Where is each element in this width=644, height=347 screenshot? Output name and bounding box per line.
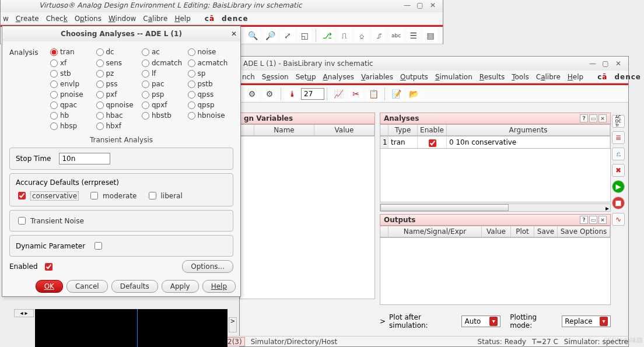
menu-create[interactable]: Create xyxy=(16,15,39,23)
schem-scroll-left[interactable]: ◂ ▸ xyxy=(14,309,34,317)
chk-conservative[interactable]: conservative xyxy=(16,190,79,201)
clipboard-icon[interactable]: 📋 xyxy=(366,87,380,100)
col-value2[interactable]: Value xyxy=(482,226,511,237)
radio-dc[interactable]: dc xyxy=(96,47,142,57)
edit-sheet-icon[interactable]: 📝 xyxy=(389,87,403,100)
ok-button[interactable]: OK xyxy=(36,280,63,293)
help-icon[interactable]: ? xyxy=(580,114,588,122)
close-icon[interactable]: ✕ xyxy=(426,0,439,12)
col-save[interactable]: Save xyxy=(534,226,558,237)
zoom-out-icon[interactable]: 🔎 xyxy=(264,29,278,42)
menu-results[interactable]: Results xyxy=(480,73,505,81)
radio-hbnoise[interactable]: hbnoise xyxy=(188,111,234,120)
col-plot[interactable]: Plot xyxy=(511,226,534,237)
menu-calibre2[interactable]: Calibre xyxy=(536,73,561,81)
ade-maximize-icon[interactable]: ▢ xyxy=(599,57,612,71)
radio-hb[interactable]: hb xyxy=(50,111,96,120)
minimize-icon[interactable]: — xyxy=(401,0,414,12)
plot-icon[interactable]: 📈 xyxy=(331,87,345,100)
radio-acmatch[interactable]: acmatch xyxy=(188,59,234,67)
props-icon[interactable]: ≣ xyxy=(612,131,625,144)
col-nse[interactable]: Name/Signal/Expr xyxy=(388,226,482,237)
close-panel-icon-2[interactable]: × xyxy=(598,216,607,224)
stop-time-input[interactable] xyxy=(59,153,110,164)
plot-mode-select[interactable]: Replace▾ xyxy=(562,316,611,327)
menu-tools[interactable]: Tools xyxy=(512,73,529,81)
tree-icon[interactable]: ⎌ xyxy=(612,148,625,160)
help-button[interactable]: Help xyxy=(202,280,236,293)
zoom-in-icon[interactable]: 🔍 xyxy=(246,29,260,42)
menu-nch[interactable]: nch xyxy=(242,73,255,81)
radio-pac[interactable]: pac xyxy=(142,80,188,88)
chk-liberal[interactable]: liberal xyxy=(146,190,183,201)
menu-calibre[interactable]: Calibre xyxy=(143,15,167,23)
col-enable[interactable]: Enable xyxy=(418,125,447,135)
plot-wave-icon[interactable]: ∿ xyxy=(612,213,625,226)
apply-button[interactable]: Apply xyxy=(162,280,199,293)
thermometer-icon[interactable]: 🌡 xyxy=(285,87,299,100)
radio-psp[interactable]: psp xyxy=(142,90,188,99)
menu-analyses[interactable]: Analyses xyxy=(323,73,355,81)
ade-minimize-icon[interactable]: — xyxy=(586,57,599,71)
menu-window[interactable]: Window xyxy=(108,15,136,23)
cancel-button[interactable]: Cancel xyxy=(66,280,108,293)
schematic-canvas[interactable] xyxy=(35,309,228,347)
dialog-titlebar[interactable]: Choosing Analyses -- ADE L (1) ✕ xyxy=(2,26,240,41)
wire2-icon[interactable]: ⎍ xyxy=(338,29,352,42)
stop-icon[interactable]: ■ xyxy=(612,197,625,209)
radio-ac[interactable]: ac xyxy=(142,47,188,57)
col-name[interactable]: Name xyxy=(254,125,314,135)
menu-w[interactable]: w xyxy=(3,15,9,23)
menu-variables[interactable]: Variables xyxy=(361,73,393,81)
ade-titlebar[interactable]: ADE L (1) - BaisLibrary inv schematic — … xyxy=(240,57,628,71)
row-enable[interactable] xyxy=(418,136,447,148)
label-icon[interactable]: abc xyxy=(389,29,403,42)
radio-pnoise[interactable]: pnoise xyxy=(50,90,96,99)
radio-qpac[interactable]: qpac xyxy=(50,101,96,109)
dialog-close-icon[interactable]: ✕ xyxy=(231,30,237,38)
analyses-row[interactable]: 1 tran 0 10n conservative xyxy=(380,136,611,149)
plot-after-select[interactable]: Auto▾ xyxy=(461,316,501,327)
gear-icon[interactable]: ⚙ xyxy=(245,87,259,100)
col-saveopt[interactable]: Save Options xyxy=(558,226,610,237)
radio-qpnoise[interactable]: qpnoise xyxy=(96,101,142,109)
analyses-body[interactable] xyxy=(380,149,611,202)
col-value[interactable]: Value xyxy=(314,125,374,135)
gear2-icon[interactable]: ⚙ xyxy=(262,87,276,100)
help-icon-2[interactable]: ? xyxy=(580,216,588,224)
radio-xf[interactable]: xf xyxy=(50,59,96,67)
menu-outputs[interactable]: Outputs xyxy=(400,73,428,81)
ade-close-icon[interactable]: ✕ xyxy=(612,57,625,71)
menu-help[interactable]: Help xyxy=(174,15,190,23)
undock-icon-2[interactable]: ▭ xyxy=(589,216,597,224)
outputs-body[interactable] xyxy=(380,237,611,305)
ac-dc-trans-icon[interactable]: ACDCTr xyxy=(612,115,625,128)
menu-setup[interactable]: Setup xyxy=(296,73,316,81)
virtuoso-titlebar[interactable]: Virtuoso® Analog Design Environment L Ed… xyxy=(1,0,443,12)
menu-simulation[interactable]: Simulation xyxy=(435,73,473,81)
radio-pxf[interactable]: pxf xyxy=(96,90,142,99)
radio-hbstb[interactable]: hbstb xyxy=(142,111,188,120)
wire3-icon[interactable]: ⎐ xyxy=(355,29,369,42)
chk-enabled[interactable] xyxy=(45,263,52,271)
chk-dynamic-param[interactable] xyxy=(94,242,102,250)
radio-qpsp[interactable]: qpsp xyxy=(188,101,234,109)
wire-icon[interactable]: ⎇ xyxy=(320,29,334,42)
undock-icon[interactable]: ▭ xyxy=(589,114,597,122)
zoom-fit-icon[interactable]: ⤢ xyxy=(281,29,295,42)
radio-pss[interactable]: pss xyxy=(96,80,142,88)
maximize-icon[interactable]: ▢ xyxy=(414,0,426,12)
options-button[interactable]: Options... xyxy=(182,260,233,273)
device-icon[interactable]: ☰ xyxy=(407,29,421,42)
col-args[interactable]: Arguments xyxy=(447,125,610,135)
radio-sens[interactable]: sens xyxy=(96,59,142,67)
menu-options[interactable]: Options xyxy=(75,15,102,23)
folder-open-icon[interactable]: 📂 xyxy=(407,87,421,100)
radio-pstb[interactable]: pstb xyxy=(188,80,234,88)
radio-hbac[interactable]: hbac xyxy=(96,111,142,120)
probe-icon[interactable]: ✂ xyxy=(349,87,363,100)
radio-stb[interactable]: stb xyxy=(50,69,96,78)
temperature-input[interactable] xyxy=(301,88,324,100)
menu-session[interactable]: Session xyxy=(262,73,289,81)
radio-pz[interactable]: pz xyxy=(96,69,142,78)
